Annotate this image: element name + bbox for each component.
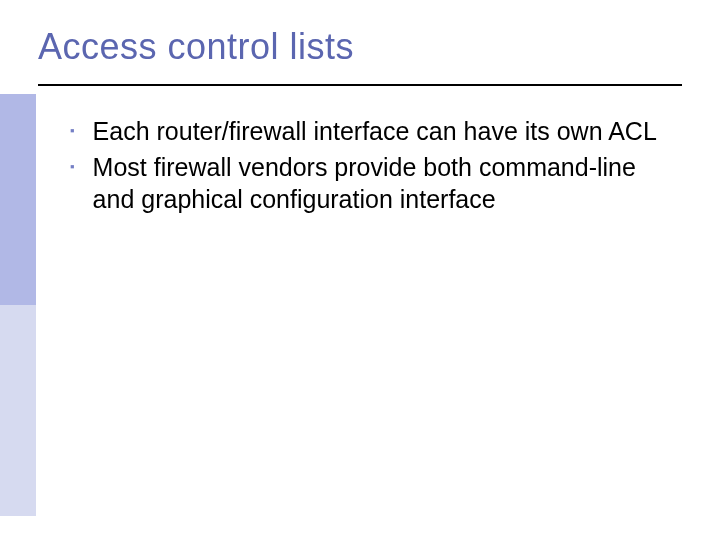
sidebar-accent-top (0, 94, 36, 305)
bullet-text: Most firewall vendors provide both comma… (93, 151, 670, 215)
bullet-icon: ▪ (70, 159, 75, 174)
slide-title: Access control lists (38, 26, 354, 68)
slide-content: ▪ Each router/firewall interface can hav… (70, 115, 670, 219)
title-divider (38, 84, 682, 86)
sidebar-accent-bottom (0, 305, 36, 516)
list-item: ▪ Each router/firewall interface can hav… (70, 115, 670, 147)
bullet-text: Each router/firewall interface can have … (93, 115, 657, 147)
bullet-icon: ▪ (70, 123, 75, 138)
list-item: ▪ Most firewall vendors provide both com… (70, 151, 670, 215)
